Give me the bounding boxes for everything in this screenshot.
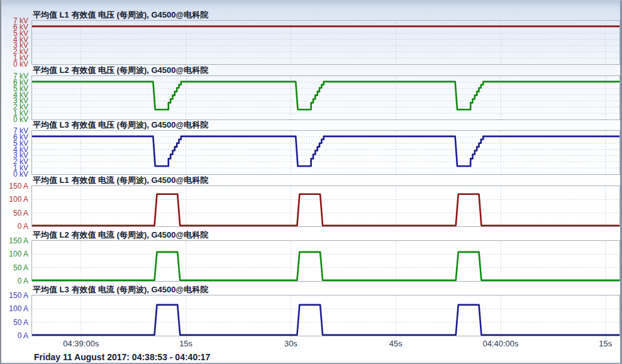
x-tick-label: 15s [179,339,192,348]
x-tick-label: 15s [599,339,612,348]
x-tick-label: 45s [389,339,403,348]
y-tick-label-l1-current: 50 A [1,209,28,218]
plot-area-l3-voltage[interactable] [31,130,620,175]
plot-area-l1-current[interactable] [31,185,620,227]
time-range-label: Friday 11 August 2017: 04:38:53 - 04:40:… [34,352,210,362]
chart-block-l1-current: 平均值 L1 有效值 电流 (每周波), G4500@电科院150 A100 A… [1,175,620,227]
plot-row-l2-voltage: 7 kV6 kV5 kV4 kV3 kV2 kV1 kV0 kV [1,75,620,120]
series-line-l3-current [32,305,619,335]
plot-row-l3-voltage: 7 kV6 kV5 kV4 kV3 kV2 kV1 kV0 kV [1,130,620,175]
plot-area-l3-current[interactable] [31,295,620,336]
status-bar: Friday 11 August 2017: 04:38:53 - 04:40:… [34,352,620,362]
chart-title-l3-current: 平均值 L3 有效值 电流 (每周波), G4500@电科院 [33,285,620,295]
y-tick-label-l2-current: 100 A [1,250,28,258]
plot-area-l2-current[interactable] [31,240,620,282]
chart-title-l2-current: 平均值 L2 有效值 电流 (每周波), G4500@电科院 [33,230,620,240]
x-tick-label: 04:39:00s [63,339,99,348]
chart-title-l1-voltage: 平均值 L1 有效值 电压 (每周波), G4500@电科院 [33,10,620,20]
y-tick-label-l2-current: 50 A [1,264,28,272]
plot-row-l2-current: 150 A100 A50 A0 A [1,240,620,282]
chart-block-l1-voltage: 平均值 L1 有效值 电压 (每周波), G4500@电科院7 kV6 kV5 … [1,10,620,65]
y-tick-label-l3-current: 50 A [1,319,28,327]
chart-block-l2-current: 平均值 L2 有效值 电流 (每周波), G4500@电科院150 A100 A… [1,230,620,282]
y-tick-label-l2-current: 150 A [1,237,28,245]
y-tick-label-l3-current: 100 A [1,305,28,313]
x-tick-label: 04:40:00s [482,339,518,348]
plot-area-l2-voltage[interactable] [31,75,620,120]
plot-row-l3-current: 150 A100 A50 A0 A [1,295,620,336]
chart-title-l3-voltage: 平均值 L3 有效值 电压 (每周波), G4500@电科院 [33,120,620,130]
chart-title-l2-voltage: 平均值 L2 有效值 电压 (每周波), G4500@电科院 [33,65,620,75]
y-tick-label-l3-current: 150 A [1,292,28,300]
trend-viewer-panel: 平均值 L1 有效值 电压 (每周波), G4500@电科院7 kV6 kV5 … [0,0,622,364]
series-line-l2-current [32,252,619,280]
chart-block-l2-voltage: 平均值 L2 有效值 电压 (每周波), G4500@电科院7 kV6 kV5 … [1,65,620,120]
series-line-l1-current [32,194,619,226]
y-tick-label-l1-current: 150 A [1,182,28,190]
time-axis: 04:39:00s15s30s45s04:40:00s15s [1,336,620,350]
charts-stack: 平均值 L1 有效值 电压 (每周波), G4500@电科院7 kV6 kV5 … [1,10,620,336]
chart-block-l3-voltage: 平均值 L3 有效值 电压 (每周波), G4500@电科院7 kV6 kV5 … [1,120,620,175]
plot-row-l1-voltage: 7 kV6 kV5 kV4 kV3 kV2 kV1 kV0 kV [1,20,620,65]
series-line-l2-voltage [32,82,619,109]
plot-area-l1-voltage[interactable] [31,20,620,65]
chart-title-l1-current: 平均值 L1 有效值 电流 (每周波), G4500@电科院 [33,175,620,185]
x-tick-label: 30s [284,339,297,348]
plot-row-l1-current: 150 A100 A50 A0 A [1,185,620,227]
chart-block-l3-current: 平均值 L3 有效值 电流 (每周波), G4500@电科院150 A100 A… [1,285,620,336]
y-tick-label-l1-current: 100 A [1,196,28,204]
